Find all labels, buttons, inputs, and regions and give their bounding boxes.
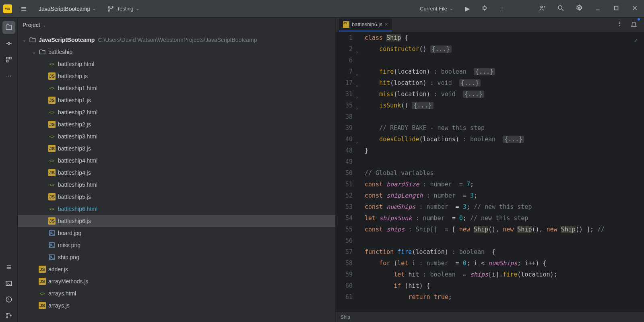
tree-item[interactable]: JSadder.js — [18, 263, 335, 275]
debug-button[interactable] — [479, 2, 491, 15]
js-file-icon: JS — [48, 97, 56, 104]
js-file-icon: JS — [343, 21, 349, 28]
svg-point-43 — [51, 244, 52, 245]
file-name: battleship4.html — [58, 157, 97, 164]
tree-item[interactable]: <>arrays.html — [18, 287, 335, 299]
webstorm-icon: WS — [3, 4, 12, 13]
branch-icon — [107, 5, 114, 12]
tree-item[interactable]: JSarrayMethods.js — [18, 275, 335, 287]
project-dropdown[interactable]: JavaScriptBootcamp⌄ — [35, 4, 99, 14]
tree-item[interactable]: JSbattleship4.js — [18, 167, 335, 179]
git-branch-dropdown[interactable]: Testing⌄ — [104, 4, 142, 14]
svg-line-11 — [482, 9, 483, 10]
tree-item[interactable]: JSbattleship5.js — [18, 191, 335, 203]
tree-item[interactable]: board.jpg — [18, 227, 335, 239]
svg-point-18 — [578, 7, 580, 9]
tree-item[interactable]: <>battleship.html — [18, 58, 335, 70]
settings-button[interactable] — [573, 2, 585, 15]
notifications-button[interactable] — [628, 18, 640, 31]
svg-rect-20 — [615, 6, 618, 10]
close-window-button[interactable] — [629, 2, 641, 15]
image-file-icon — [48, 242, 56, 249]
tree-item[interactable]: ⌄JavaScriptBootcampC:\Users\David Watson… — [18, 34, 335, 46]
tree-item[interactable]: JSbattleship6.js — [18, 215, 335, 227]
tree-item[interactable]: miss.png — [18, 239, 335, 251]
editor-tabs: JS battleship6.js × ⋮ — [336, 18, 644, 32]
tree-item[interactable]: <>battleship1.html — [18, 82, 335, 94]
vcs-tool-button[interactable] — [2, 309, 15, 322]
js-file-icon: JS — [48, 193, 56, 200]
maximize-button[interactable] — [610, 2, 622, 15]
code-with-me-button[interactable] — [536, 2, 548, 15]
tree-item[interactable]: JSbattleship1.js — [18, 94, 335, 106]
todo-tool-button[interactable] — [2, 261, 15, 274]
file-name: battleship2.js — [58, 121, 91, 128]
html-file-icon: <> — [48, 109, 56, 116]
tree-item[interactable]: JSbattleship.js — [18, 70, 335, 82]
problems-tool-button[interactable] — [2, 293, 15, 306]
js-file-icon: JS — [48, 72, 56, 80]
js-file-icon: JS — [48, 217, 56, 225]
tree-item[interactable]: JSarrays.js — [18, 299, 335, 312]
tree-item[interactable]: ship.png — [18, 251, 335, 263]
code-content[interactable]: class Ship { constructor() {...} fire(lo… — [357, 32, 644, 312]
svg-rect-27 — [9, 57, 11, 59]
tree-item[interactable]: JSbattleship2.js — [18, 118, 335, 130]
tree-item[interactable]: JSbattleship3.js — [18, 142, 335, 155]
html-file-icon: <> — [48, 205, 56, 213]
file-name: arrays.html — [48, 290, 76, 297]
svg-point-5 — [112, 6, 113, 8]
breadcrumb[interactable]: Ship — [336, 312, 644, 322]
close-tab-icon[interactable]: × — [385, 21, 388, 27]
project-tool-button[interactable] — [2, 21, 15, 34]
folder-icon — [39, 48, 46, 56]
gutter[interactable]: 12›67›17›31›35›383940›484950515253545556… — [336, 32, 357, 312]
svg-point-6 — [483, 6, 486, 10]
project-tree[interactable]: ⌄JavaScriptBootcampC:\Users\David Watson… — [18, 32, 335, 322]
tree-item[interactable]: <>battleship3.html — [18, 130, 335, 142]
tree-arrow: ⌄ — [23, 37, 29, 43]
tree-item[interactable]: <>battleship2.html — [18, 106, 335, 118]
tree-item[interactable]: <>battleship5.html — [18, 179, 335, 191]
inspection-ok-icon[interactable]: ✓ — [634, 35, 638, 46]
minimize-button[interactable] — [592, 2, 604, 15]
run-button[interactable]: ▶ — [462, 2, 472, 15]
file-name: battleship.html — [58, 61, 94, 67]
file-name: battleship.js — [58, 73, 88, 79]
panel-title: Project — [23, 22, 40, 28]
js-file-icon: JS — [48, 169, 56, 176]
js-file-icon: JS — [39, 266, 46, 273]
panel-header[interactable]: Project⌄ — [18, 18, 335, 32]
tab-battleship6-js[interactable]: JS battleship6.js × — [339, 19, 392, 31]
html-file-icon: <> — [48, 181, 56, 188]
search-button[interactable] — [555, 2, 567, 15]
more-tools-button[interactable]: ⋯ — [2, 69, 15, 82]
hamburger-menu[interactable] — [17, 4, 31, 14]
svg-rect-26 — [6, 57, 8, 59]
tree-arrow: ⌄ — [32, 50, 39, 55]
svg-point-38 — [6, 317, 8, 318]
file-name: battleship6.html — [58, 206, 97, 212]
file-name: battleship1.html — [58, 85, 97, 91]
svg-line-10 — [486, 7, 487, 8]
file-name: board.jpg — [58, 230, 81, 236]
file-name: arrayMethods.js — [48, 278, 89, 285]
terminal-tool-button[interactable] — [2, 277, 15, 290]
commit-tool-button[interactable] — [2, 37, 15, 50]
file-name: battleship5.js — [58, 194, 91, 200]
structure-tool-button[interactable] — [2, 53, 15, 66]
file-name: battleship — [48, 49, 72, 55]
svg-point-16 — [558, 6, 562, 9]
more-actions-button[interactable]: ⋮ — [497, 3, 507, 14]
tab-more-button[interactable]: ⋮ — [615, 18, 625, 31]
tree-item[interactable]: <>battleship6.html — [18, 203, 335, 215]
svg-rect-32 — [6, 281, 12, 286]
svg-point-23 — [8, 43, 10, 45]
tree-item[interactable]: <>battleship4.html — [18, 155, 335, 167]
file-name: arrays.js — [48, 302, 70, 309]
file-name: JavaScriptBootcamp — [39, 37, 95, 43]
code-area[interactable]: ✓ 12›67›17›31›35›383940›4849505152535455… — [336, 32, 644, 312]
file-name: battleship5.html — [58, 182, 97, 188]
run-config-dropdown[interactable]: Current File⌄ — [417, 4, 456, 13]
tree-item[interactable]: ⌄battleship — [18, 46, 335, 58]
